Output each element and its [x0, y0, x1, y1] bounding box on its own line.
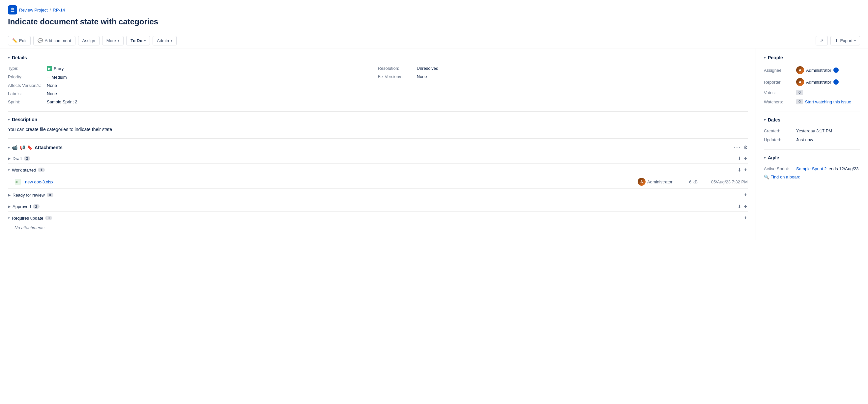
reporter-row: Reporter: A Administrator i: [764, 76, 860, 88]
ready-count-badge: 0: [47, 193, 53, 197]
fix-versions-value: None: [417, 74, 427, 79]
admin-dropdown-icon: ▾: [171, 39, 172, 42]
active-sprint-value: Sample Sprint 2 ends 12/Aug/23: [796, 166, 859, 171]
svg-point-3: [12, 8, 13, 9]
reporter-info-icon[interactable]: i: [833, 79, 839, 85]
svg-text:⊞: ⊞: [16, 181, 18, 184]
attachments-settings-button[interactable]: ⚙: [743, 144, 748, 150]
breadcrumb-project-link[interactable]: Review Project: [19, 7, 48, 12]
find-board-link[interactable]: 🔍 Find on a board: [764, 174, 860, 179]
attachments-title: Attachments: [35, 145, 63, 150]
type-row: Type: ▶ Story: [8, 64, 378, 73]
votes-count-badge: 0: [796, 90, 803, 95]
breadcrumb: Review Project / RP-14: [8, 5, 860, 14]
breadcrumb-issue-id[interactable]: RP-14: [53, 7, 65, 12]
agile-collapse-icon: ▾: [764, 156, 766, 160]
attachment-group-draft-header[interactable]: ▶ Draft 2 ⬇ +: [8, 154, 748, 164]
affects-versions-value: None: [47, 83, 57, 88]
dates-section-header[interactable]: ▾ Dates: [764, 117, 860, 123]
export-button[interactable]: ⬆ Export ▾: [831, 36, 860, 45]
export-dropdown-icon: ▾: [854, 39, 856, 42]
requires-update-expand-icon: ▾: [8, 216, 10, 220]
assign-button[interactable]: Assign: [78, 36, 99, 45]
agile-title: Agile: [768, 155, 779, 160]
work-started-group-name: Work started: [12, 168, 36, 172]
attachment-file-row: ⊞ new doc-3.xlsx A Administrator 6 kB 05…: [8, 175, 748, 189]
no-attachments-text: No attachments: [8, 223, 748, 232]
attachment-group-requires-update: ▾ Requires update 0 + No attachments: [8, 213, 748, 232]
ready-add-button[interactable]: +: [743, 192, 748, 198]
ready-expand-icon: ▶: [8, 193, 10, 197]
priority-row: Priority: ≡ Medium: [8, 73, 378, 81]
details-section-header[interactable]: ▾ Details: [8, 55, 748, 60]
comment-icon: 💬: [37, 38, 43, 43]
description-section: ▾ Description You can create file catego…: [8, 117, 748, 133]
speaker-icon: 📢: [20, 145, 25, 150]
resolution-value: Unresolved: [417, 66, 439, 71]
updated-value: Just now: [796, 137, 813, 142]
reporter-value: A Administrator i: [796, 78, 839, 86]
admin-button[interactable]: Admin ▾: [153, 36, 177, 45]
watchers-count-badge: 0: [796, 99, 803, 104]
attachments-collapse-icon: ▾: [8, 145, 10, 150]
labels-row: Labels: None: [8, 90, 378, 98]
find-board-search-icon: 🔍: [764, 174, 769, 179]
draft-download-button[interactable]: ⬇: [737, 156, 742, 161]
edit-button[interactable]: ✏️ Edit: [8, 36, 31, 45]
priority-value: ≡ Medium: [47, 74, 67, 80]
ready-group-name: Ready for review: [12, 193, 45, 198]
work-started-count-badge: 1: [38, 168, 44, 172]
people-divider: [764, 112, 860, 112]
description-section-header[interactable]: ▾ Description: [8, 117, 748, 122]
assignee-row: Assignee: A Administrator i: [764, 64, 860, 76]
updated-row: Updated: Just now: [764, 135, 860, 144]
attachment-author: A Administrator: [638, 178, 677, 186]
watchers-row: Watchers: 0 Start watching this issue: [764, 97, 860, 106]
attachments-header: ▾ 📹 📢 🔖 Attachments ··· ⚙: [8, 144, 748, 151]
attachment-group-work-started: ▾ Work started 1 ⬇ +: [8, 165, 748, 189]
attachment-group-requires-update-header[interactable]: ▾ Requires update 0 +: [8, 213, 748, 223]
resolution-row: Resolution: Unresolved: [378, 64, 748, 72]
votes-row: Votes: 0: [764, 88, 860, 97]
agile-section-header[interactable]: ▾ Agile: [764, 155, 860, 160]
votes-label: Votes:: [764, 90, 794, 95]
status-button[interactable]: To Do ▾: [126, 36, 150, 45]
approved-download-button[interactable]: ⬇: [737, 204, 742, 209]
attachment-group-approved: ▶ Approved 2 ⬇ +: [8, 202, 748, 212]
priority-label: Priority:: [8, 74, 44, 79]
people-section-header[interactable]: ▾ People: [764, 55, 860, 60]
watch-issue-link[interactable]: Start watching this issue: [805, 99, 851, 104]
share-button[interactable]: ↗: [816, 36, 828, 45]
description-title: Description: [12, 117, 37, 122]
more-button[interactable]: More ▾: [102, 36, 124, 45]
priority-icon: ≡: [47, 74, 50, 80]
sprint-ends-text: ends 12/Aug/23: [829, 166, 859, 171]
sprint-link[interactable]: Sample Sprint 2: [796, 166, 827, 171]
fix-versions-row: Fix Version/s: None: [378, 72, 748, 81]
add-comment-button[interactable]: 💬 Add comment: [33, 36, 75, 45]
draft-add-button[interactable]: +: [743, 156, 748, 161]
attachment-file-link[interactable]: new doc-3.xlsx: [25, 179, 634, 184]
attachment-author-avatar: A: [638, 178, 646, 186]
people-collapse-icon: ▾: [764, 55, 766, 60]
attachment-group-work-started-header[interactable]: ▾ Work started 1 ⬇ +: [8, 165, 748, 175]
assignee-avatar: A: [796, 66, 804, 74]
attachment-group-approved-header[interactable]: ▶ Approved 2 ⬇ +: [8, 202, 748, 212]
requires-update-group-name: Requires update: [12, 216, 43, 221]
attachments-more-button[interactable]: ···: [734, 144, 741, 151]
assignee-info-icon[interactable]: i: [833, 67, 839, 73]
reporter-label: Reporter:: [764, 80, 794, 85]
work-started-download-button[interactable]: ⬇: [737, 167, 742, 172]
assignee-value: A Administrator i: [796, 66, 839, 74]
requires-update-add-button[interactable]: +: [743, 215, 748, 221]
watchers-label: Watchers:: [764, 99, 794, 104]
attachment-group-ready-header[interactable]: ▶ Ready for review 0 +: [8, 190, 748, 200]
dates-title: Dates: [768, 117, 780, 123]
labels-value: None: [47, 91, 57, 96]
work-started-add-button[interactable]: +: [743, 167, 748, 173]
created-row: Created: Yesterday 3:17 PM: [764, 127, 860, 135]
draft-group-name: Draft: [12, 156, 22, 161]
svg-rect-2: [11, 11, 14, 12]
approved-add-button[interactable]: +: [743, 203, 748, 209]
export-icon: ⬆: [835, 38, 838, 43]
